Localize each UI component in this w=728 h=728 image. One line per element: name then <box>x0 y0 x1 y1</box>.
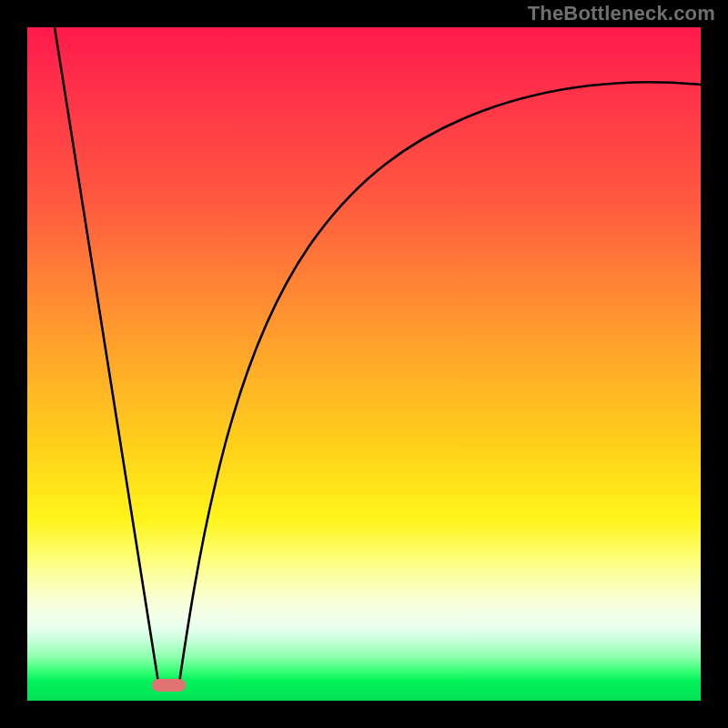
min-marker <box>152 679 186 692</box>
plot-area <box>27 27 701 701</box>
right-branch-line <box>179 82 701 682</box>
left-branch-line <box>55 27 158 682</box>
watermark-text: TheBottleneck.com <box>528 2 715 25</box>
curve-layer <box>27 27 701 701</box>
chart-frame: TheBottleneck.com <box>0 0 728 728</box>
